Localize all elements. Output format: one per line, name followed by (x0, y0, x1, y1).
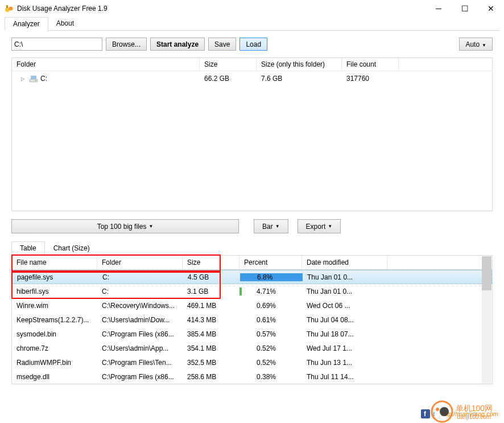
path-input[interactable] (11, 38, 102, 51)
cell-percent: 4.71% (239, 286, 302, 297)
browse-button[interactable]: Browse... (106, 38, 147, 51)
tree-folder-name: C: (40, 75, 47, 83)
watermark: 单机100网danji100.com (431, 400, 493, 423)
th-folder[interactable]: Folder (97, 256, 183, 269)
cell-folder: C: (98, 272, 183, 283)
table-row[interactable]: Winre.wimC:\Recovery\Windows...469.1 MB0… (12, 298, 492, 313)
cell-filename: chrome.7z (12, 343, 97, 354)
top-100-button[interactable]: Top 100 big files▼ (11, 219, 239, 233)
cell-filename: Winre.wim (12, 300, 97, 311)
cell-folder: C:\Program Files (x86... (97, 328, 183, 340)
bar-button[interactable]: Bar▼ (254, 219, 288, 233)
scrollbar-thumb[interactable] (482, 256, 491, 290)
tree-file-count: 317760 (342, 73, 399, 84)
tree-size: 66.2 GB (200, 73, 257, 84)
svg-point-12 (436, 408, 439, 411)
cell-date: Wed Oct 06 ... (302, 300, 387, 311)
tab-analyzer[interactable]: Analyzer (5, 17, 48, 31)
title-bar: Disk Usage Analyzer Free 1.9 ─ ☐ ✕ (0, 0, 504, 17)
tab-chart[interactable]: Chart (Size) (45, 241, 98, 255)
cell-size: 385.4 MB (183, 328, 239, 340)
cell-filename: sysmodel.bin (12, 328, 97, 340)
cell-date: Thu Jul 04 08... (302, 314, 387, 326)
svg-point-1 (9, 7, 13, 11)
expand-icon[interactable]: ▷ (21, 76, 27, 81)
th-percent[interactable]: Percent (239, 256, 302, 269)
cell-folder: C:\Program Files\Ten... (97, 357, 183, 368)
cell-filename: KeepStreams(1.2.2.7)... (12, 314, 97, 326)
export-button[interactable]: Export▼ (298, 219, 341, 233)
cell-percent: 6.8% (240, 272, 303, 283)
cell-size: 3.1 GB (183, 286, 239, 297)
cell-folder: C: (97, 286, 183, 297)
cell-date: Thu Jul 18 07... (302, 328, 387, 340)
tab-about[interactable]: About (48, 17, 82, 30)
files-table: File name Folder Size Percent Date modif… (11, 255, 493, 384)
load-button[interactable]: Load (239, 38, 267, 51)
cell-date: Thu Jul 11 14... (302, 371, 387, 383)
drive-icon (29, 74, 38, 83)
cell-percent: 0.61% (239, 314, 302, 326)
cell-size: 414.3 MB (183, 314, 239, 326)
table-row[interactable]: pagefile.sysC:4.5 GB6.8%Thu Jan 01 0... (12, 270, 492, 284)
svg-point-11 (440, 407, 449, 416)
save-button[interactable]: Save (208, 38, 236, 51)
svg-point-5 (35, 80, 36, 81)
cell-percent: 0.57% (239, 328, 302, 340)
cell-size: 4.5 GB (183, 272, 240, 283)
close-button[interactable]: ✕ (478, 0, 504, 17)
cell-folder: C:\Program Files (x86... (97, 371, 183, 383)
cell-date: Thu Jan 01 0... (302, 286, 387, 297)
col-folder[interactable]: Folder (12, 58, 200, 71)
cell-folder: C:\Users\admin\Dow... (97, 314, 183, 326)
cell-size: 352.5 MB (183, 357, 239, 368)
svg-rect-4 (31, 76, 36, 79)
cell-size: 258.6 MB (183, 371, 239, 383)
cell-date: Thu Jun 13 1... (302, 357, 387, 368)
sub-tabs: Table Chart (Size) (11, 241, 493, 255)
cell-percent: 0.69% (239, 300, 302, 311)
facebook-icon[interactable]: f (421, 409, 430, 418)
svg-rect-2 (6, 5, 8, 8)
folder-tree: Folder Size Size (only this folder) File… (11, 58, 493, 211)
cell-filename: msedge.dll (12, 371, 97, 383)
tab-table[interactable]: Table (11, 241, 45, 256)
cell-date: Wed Jul 17 1... (302, 343, 387, 354)
table-row[interactable]: RadiumWMPF.binC:\Program Files\Ten...352… (12, 355, 492, 369)
app-title: Disk Usage Analyzer Free 1.9 (17, 5, 108, 13)
tree-row[interactable]: ▷ C: 66.2 GB 7.6 GB 317760 (12, 71, 492, 86)
cell-filename: hiberfil.sys (12, 286, 97, 297)
table-row[interactable]: KeepStreams(1.2.2.7)...C:\Users\admin\Do… (12, 313, 492, 327)
cell-date: Thu Jan 01 0... (303, 272, 388, 283)
start-analyze-button[interactable]: Start analyze (150, 38, 205, 51)
cell-filename: RadiumWMPF.bin (12, 357, 97, 368)
main-tabs: Analyzer About (5, 17, 499, 31)
vertical-scrollbar[interactable] (482, 256, 491, 384)
cell-size: 354.1 MB (183, 343, 239, 354)
maximize-button[interactable]: ☐ (452, 0, 478, 17)
col-own-size[interactable]: Size (only this folder) (257, 58, 342, 71)
app-icon (5, 4, 14, 13)
cell-percent: 0.52% (239, 357, 302, 368)
minimize-button[interactable]: ─ (425, 0, 452, 17)
th-date[interactable]: Date modified (302, 256, 387, 269)
table-row[interactable]: msedge.dllC:\Program Files (x86...258.6 … (12, 369, 492, 384)
toolbar: Browse... Start analyze Save Load Auto▼ (11, 38, 493, 51)
cell-percent: 0.38% (239, 371, 302, 383)
table-row[interactable]: chrome.7zC:\Users\admin\App...354.1 MB0.… (12, 341, 492, 355)
cell-folder: C:\Recovery\Windows... (97, 300, 183, 311)
mid-toolbar: Top 100 big files▼ Bar▼ Export▼ (11, 219, 493, 233)
col-size[interactable]: Size (200, 58, 257, 71)
th-size[interactable]: Size (183, 256, 239, 269)
col-file-count[interactable]: File count (342, 58, 399, 71)
th-filename[interactable]: File name (12, 256, 97, 269)
cell-folder: C:\Users\admin\App... (97, 343, 183, 354)
tree-own-size: 7.6 GB (257, 73, 342, 84)
table-row[interactable]: hiberfil.sysC:3.1 GB4.71%Thu Jan 01 0... (12, 284, 492, 298)
cell-size: 469.1 MB (183, 300, 239, 311)
auto-button[interactable]: Auto▼ (459, 38, 493, 51)
cell-percent: 0.52% (239, 343, 302, 354)
cell-filename: pagefile.sys (13, 272, 98, 283)
table-row[interactable]: sysmodel.binC:\Program Files (x86...385.… (12, 327, 492, 341)
